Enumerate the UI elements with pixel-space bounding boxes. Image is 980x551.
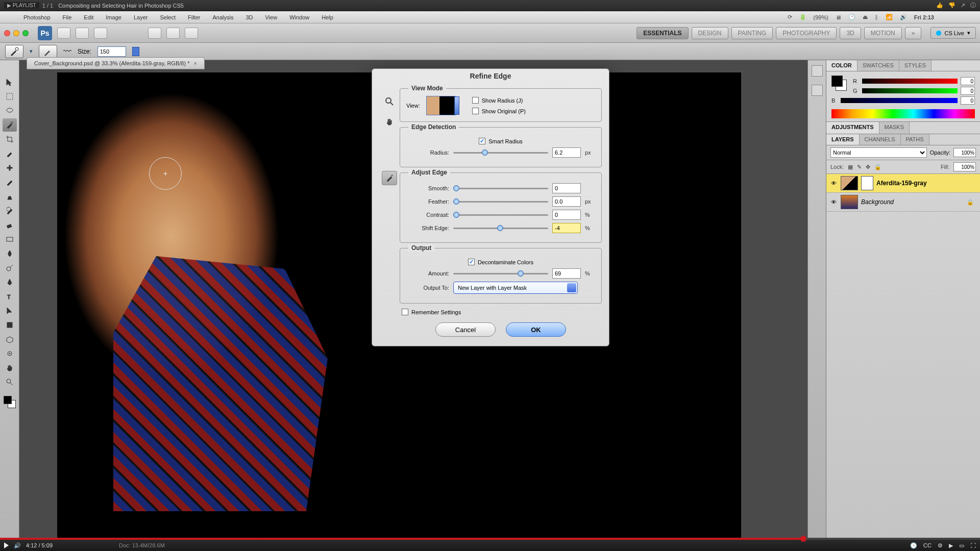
shift-edge-slider[interactable] [453, 224, 548, 232]
view-extras-button[interactable] [94, 28, 107, 39]
youtube-icon[interactable]: ▶ [949, 542, 953, 549]
cs-live-button[interactable]: CS Live▾ [930, 27, 976, 39]
brush-swap-icon[interactable]: 〰 [63, 47, 71, 56]
foreground-background-colors[interactable] [4, 396, 16, 408]
tab-channels[interactable]: CHANNELS [860, 134, 901, 145]
path-select-tool[interactable] [3, 304, 17, 317]
healing-brush-tool[interactable] [3, 161, 17, 174]
menu-window[interactable]: Window [289, 14, 309, 20]
timemachine-icon[interactable]: 🕑 [848, 14, 855, 20]
layer-name[interactable]: Background [861, 198, 894, 206]
menu-analysis[interactable]: Analysis [212, 14, 233, 20]
menu-photoshop[interactable]: Photoshop [23, 14, 51, 20]
screen-mode-button[interactable] [185, 28, 198, 39]
tab-swatches[interactable]: SWATCHES [857, 60, 899, 71]
feather-value[interactable] [552, 196, 581, 207]
g-slider[interactable] [862, 88, 958, 93]
menu-layer[interactable]: Layer [134, 14, 148, 20]
zoom-tool-dialog[interactable] [382, 94, 397, 109]
brush-size-input[interactable] [97, 46, 126, 57]
amount-slider[interactable] [453, 269, 548, 278]
layer-mask-thumbnail[interactable] [861, 176, 873, 190]
panel-fgbg-swatch[interactable] [831, 76, 847, 91]
brush-preset-picker[interactable] [39, 45, 57, 58]
workspace-painting[interactable]: PAINTING [731, 27, 773, 39]
tab-masks[interactable]: MASKS [879, 122, 910, 134]
bluetooth-icon[interactable]: ᛒ [875, 14, 878, 20]
theater-icon[interactable]: ▭ [959, 542, 964, 549]
feather-slider[interactable] [453, 197, 548, 206]
volume-icon[interactable]: 🔊 [14, 542, 21, 549]
menu-help[interactable]: Help [322, 14, 333, 20]
size-dropdown-icon[interactable] [132, 47, 139, 56]
refine-radius-tool[interactable] [382, 171, 397, 185]
decontaminate-checkbox[interactable]: ✓Decontaminate Colors [468, 259, 533, 265]
clone-stamp-tool[interactable] [3, 190, 17, 203]
video-progress[interactable] [0, 538, 980, 540]
eject-icon[interactable]: ⏏ [863, 14, 868, 20]
tab-adjustments[interactable]: ADJUSTMENTS [826, 122, 879, 134]
dropdown-arrow-icon[interactable]: ▾ [30, 48, 33, 55]
tab-color[interactable]: COLOR [826, 60, 857, 71]
menu-file[interactable]: File [63, 14, 72, 20]
blend-mode-select[interactable]: Normal [830, 147, 927, 158]
info-icon[interactable]: ⓘ [970, 2, 976, 9]
zoom-level-button[interactable] [148, 28, 161, 39]
workspace-3d[interactable]: 3D [840, 27, 861, 39]
pen-tool[interactable] [3, 276, 17, 289]
menu-edit[interactable]: Edit [84, 14, 93, 20]
blur-tool[interactable] [3, 247, 17, 260]
cancel-button[interactable]: Cancel [435, 322, 496, 337]
view-mode-picker[interactable] [426, 96, 456, 115]
dodge-tool[interactable] [3, 261, 17, 274]
remember-settings-checkbox[interactable]: Remember Settings [402, 309, 461, 315]
cc-icon[interactable]: CC [923, 542, 932, 549]
workspace-essentials[interactable]: ESSENTIALS [636, 27, 688, 39]
eraser-tool[interactable] [3, 218, 17, 232]
r-value[interactable] [961, 77, 975, 85]
actions-panel-icon[interactable] [812, 85, 823, 96]
show-original-checkbox[interactable]: Show Original (P) [472, 108, 526, 114]
visibility-icon[interactable]: 👁 [829, 199, 838, 205]
fill-value[interactable] [953, 162, 976, 171]
wifi-icon[interactable]: 📶 [886, 14, 893, 20]
menu-filter[interactable]: Filter [188, 14, 200, 20]
history-panel-icon[interactable] [812, 65, 823, 77]
r-slider[interactable] [862, 79, 958, 84]
move-tool[interactable] [3, 76, 17, 89]
minibridge-button[interactable] [76, 28, 89, 39]
contrast-slider[interactable] [453, 211, 548, 219]
radius-value[interactable] [552, 147, 581, 158]
lock-transparent-icon[interactable]: ▦ [848, 164, 853, 170]
current-tool-preset[interactable] [5, 45, 23, 58]
settings-icon[interactable]: ⚙ [938, 542, 943, 549]
3d-camera-tool[interactable] [3, 347, 17, 360]
color-spectrum[interactable] [831, 109, 975, 118]
crop-tool[interactable] [3, 133, 17, 146]
visibility-icon[interactable]: 👁 [829, 180, 838, 186]
shape-tool[interactable] [3, 318, 17, 332]
history-brush-tool[interactable] [3, 204, 17, 217]
watch-later-icon[interactable]: 🕓 [910, 542, 917, 549]
g-value[interactable] [961, 87, 975, 95]
arrange-docs-button[interactable] [166, 28, 180, 39]
tab-styles[interactable]: STYLES [899, 60, 932, 71]
smooth-value[interactable] [552, 183, 581, 193]
radius-slider[interactable] [453, 148, 548, 157]
marquee-tool[interactable] [3, 90, 17, 103]
ok-button[interactable]: OK [506, 322, 566, 337]
close-tab-icon[interactable]: × [193, 60, 197, 66]
tab-layers[interactable]: LAYERS [826, 134, 860, 145]
menu-image[interactable]: Image [106, 14, 121, 20]
layer-row[interactable]: 👁 Aferdita-159-gray [826, 174, 980, 193]
show-radius-checkbox[interactable]: Show Radius (J) [472, 97, 526, 104]
menu-view[interactable]: View [265, 14, 277, 20]
minimize-window-button[interactable] [13, 30, 19, 36]
type-tool[interactable]: T [3, 290, 17, 303]
workspace-motion[interactable]: MOTION [864, 27, 902, 39]
layer-thumbnail[interactable] [841, 176, 858, 190]
volume-icon[interactable]: 🔊 [900, 14, 907, 20]
smart-radius-checkbox[interactable]: ✓Smart Radius [479, 138, 523, 144]
opacity-value[interactable] [953, 148, 976, 157]
workspace-more[interactable]: » [905, 27, 922, 39]
